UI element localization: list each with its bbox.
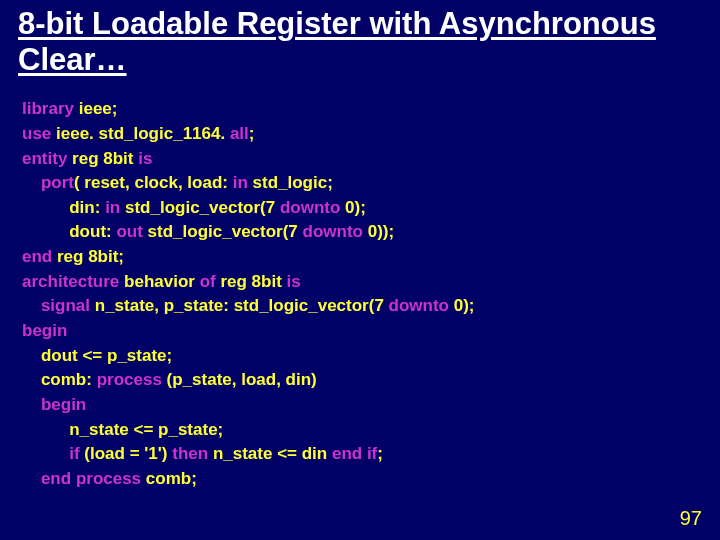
code-text: std_logic_vector(7 [120, 198, 280, 217]
code-line: architecture behavior of reg 8bit is [22, 270, 720, 295]
indent [22, 420, 69, 439]
code-text: (p_state, load, din) [162, 370, 317, 389]
code-text: 0); [449, 296, 475, 315]
indent [22, 444, 69, 463]
kw-downto: downto [303, 222, 363, 241]
kw-entity: entity [22, 149, 67, 168]
indent [22, 296, 41, 315]
code-line: begin [22, 393, 720, 418]
kw-of: of [200, 272, 216, 291]
code-line: entity reg 8bit is [22, 147, 720, 172]
kw-in: in [233, 173, 248, 192]
code-text: reg 8bit [67, 149, 138, 168]
code-text: reg 8bit [216, 272, 287, 291]
kw-if: if [69, 444, 79, 463]
code-line: signal n_state, p_state: std_logic_vecto… [22, 294, 720, 319]
code-text: comb: [41, 370, 97, 389]
code-line: begin [22, 319, 720, 344]
kw-end: end [22, 247, 52, 266]
code-text: ieee. std_logic_1164. [51, 124, 230, 143]
indent [22, 198, 69, 217]
code-line: din: in std_logic_vector(7 downto 0); [22, 196, 720, 221]
code-line: end reg 8bit; [22, 245, 720, 270]
indent [22, 469, 41, 488]
code-text: std_logic_vector(7 [143, 222, 303, 241]
code-text: dout <= p_state; [41, 346, 172, 365]
indent [22, 173, 41, 192]
code-text: n_state, p_state: std_logic_vector(7 [90, 296, 389, 315]
code-text: reg 8bit; [52, 247, 124, 266]
code-text: ( reset, clock, load: [74, 173, 233, 192]
code-line: n_state <= p_state; [22, 418, 720, 443]
kw-if: if [367, 444, 377, 463]
kw-end: end [41, 469, 71, 488]
kw-is: is [287, 272, 301, 291]
code-line: port( reset, clock, load: in std_logic; [22, 171, 720, 196]
kw-out: out [116, 222, 142, 241]
code-text: (load = '1') [80, 444, 173, 463]
code-line: use ieee. std_logic_1164. all; [22, 122, 720, 147]
code-text: dout: [69, 222, 116, 241]
page-number: 97 [680, 507, 702, 530]
kw-library: library [22, 99, 74, 118]
kw-signal: signal [41, 296, 90, 315]
code-line: if (load = '1') then n_state <= din end … [22, 442, 720, 467]
code-text: std_logic; [248, 173, 333, 192]
kw-end: end [332, 444, 362, 463]
code-block: library ieee; use ieee. std_logic_1164. … [0, 79, 720, 491]
kw-all: all [230, 124, 249, 143]
indent [22, 370, 41, 389]
kw-begin: begin [41, 395, 86, 414]
code-text: ieee; [74, 99, 117, 118]
code-text: behavior [119, 272, 199, 291]
code-text: comb; [141, 469, 197, 488]
indent [22, 222, 69, 241]
code-text: n_state <= din [208, 444, 332, 463]
kw-begin: begin [22, 321, 67, 340]
code-line: dout <= p_state; [22, 344, 720, 369]
code-line: comb: process (p_state, load, din) [22, 368, 720, 393]
indent [22, 346, 41, 365]
code-text: din: [69, 198, 105, 217]
slide-title: 8-bit Loadable Register with Asynchronou… [0, 0, 720, 79]
code-text: ; [377, 444, 383, 463]
kw-downto: downto [280, 198, 340, 217]
kw-process: process [76, 469, 141, 488]
code-text: ; [249, 124, 255, 143]
kw-then: then [172, 444, 208, 463]
kw-in: in [105, 198, 120, 217]
code-line: end process comb; [22, 467, 720, 492]
code-line: dout: out std_logic_vector(7 downto 0)); [22, 220, 720, 245]
kw-process: process [97, 370, 162, 389]
code-text: n_state <= p_state; [69, 420, 223, 439]
code-text: 0)); [363, 222, 394, 241]
code-text: 0); [340, 198, 366, 217]
kw-is: is [138, 149, 152, 168]
indent [22, 395, 41, 414]
kw-port: port [41, 173, 74, 192]
kw-architecture: architecture [22, 272, 119, 291]
kw-use: use [22, 124, 51, 143]
code-line: library ieee; [22, 97, 720, 122]
kw-downto: downto [389, 296, 449, 315]
